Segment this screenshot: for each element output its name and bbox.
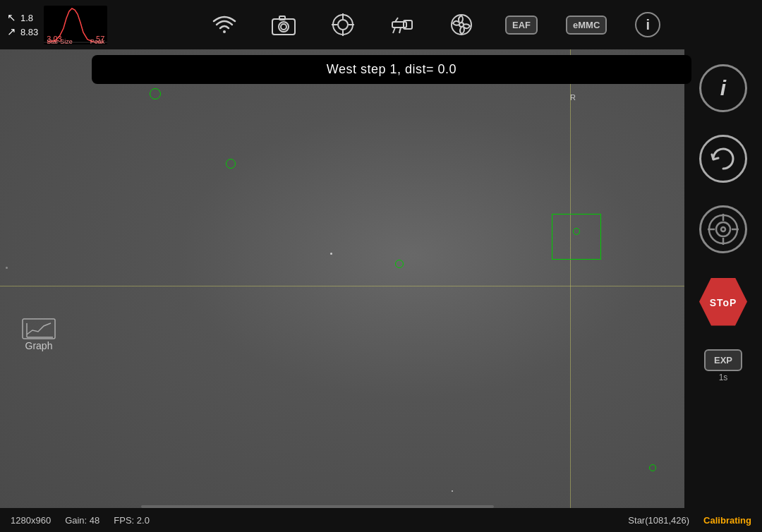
refresh-icon xyxy=(699,135,747,183)
fps-label: FPS: 2.0 xyxy=(114,515,150,526)
val2: 8.83 xyxy=(20,27,38,37)
emmc-button[interactable]: eMMC xyxy=(566,16,607,35)
stop-hex-icon: SToP xyxy=(699,278,747,326)
main-view: Graph xyxy=(0,49,684,508)
bottom-bar: 1280x960 Gain: 48 FPS: 2.0 Star(1081,426… xyxy=(0,508,762,532)
crosshair-horizontal xyxy=(0,286,684,286)
graph-button[interactable]: Graph xyxy=(21,318,56,351)
guide-button[interactable] xyxy=(327,9,358,40)
svg-point-23 xyxy=(721,227,725,231)
target-icon xyxy=(699,205,747,253)
refresh-button[interactable] xyxy=(698,134,748,183)
graph-icon xyxy=(21,318,56,340)
arrow-down-icon: ↗ xyxy=(7,25,16,38)
exp-value: 1s xyxy=(719,373,728,382)
fan-button[interactable] xyxy=(446,9,477,40)
right-sidebar: i SToP xyxy=(684,49,762,532)
target-button[interactable] xyxy=(698,205,748,254)
target-box xyxy=(552,214,601,260)
info-circle-icon: i xyxy=(699,64,747,112)
resolution-label: 1280x960 xyxy=(11,515,51,526)
peak-label: Peak xyxy=(90,38,105,44)
exp-button[interactable]: EXP xyxy=(704,349,742,371)
svg-point-3 xyxy=(281,24,286,30)
svg-line-13 xyxy=(393,28,395,33)
exp-group: EXP 1s xyxy=(704,349,742,382)
graph-label: Graph xyxy=(25,340,53,351)
star-circle-2 xyxy=(226,159,236,169)
stop-button[interactable]: SToP xyxy=(697,275,750,328)
target-center-dot xyxy=(573,228,580,235)
info-sidebar-button[interactable]: i xyxy=(698,64,748,113)
info-header-button[interactable]: i xyxy=(635,12,660,37)
stop-label: SToP xyxy=(710,297,737,309)
svg-rect-18 xyxy=(23,319,55,339)
svg-point-22 xyxy=(716,222,730,236)
star-dot-4 xyxy=(6,267,8,269)
star-preview: 3.03 57 Star Size Peak xyxy=(44,6,107,44)
status-text: West step 1, dist= 0.0 xyxy=(327,62,456,76)
svg-point-6 xyxy=(338,20,348,30)
star-circle-4 xyxy=(649,464,656,471)
star-circle-1 xyxy=(150,88,161,99)
crosshair-vertical xyxy=(570,49,571,508)
val1: 1.8 xyxy=(20,13,33,23)
telescope-button[interactable] xyxy=(387,9,418,40)
svg-point-17 xyxy=(459,23,464,27)
star-circle-3 xyxy=(395,260,404,268)
exp-label: EXP xyxy=(714,355,732,365)
gain-label: Gain: 48 xyxy=(65,515,99,526)
status-banner: West step 1, dist= 0.0 xyxy=(92,55,691,84)
svg-line-14 xyxy=(399,28,401,33)
star-dot-3 xyxy=(452,490,453,492)
top-bar: ↖ 1.8 ↗ 8.83 3.03 57 Star Size Peak xyxy=(0,0,762,49)
camera-button[interactable] xyxy=(268,9,299,40)
arrow-up-icon: ↖ xyxy=(7,11,16,24)
toolbar: EAF eMMC i xyxy=(114,9,755,40)
star-coord-label: Star(1081,426) xyxy=(628,515,689,526)
star-dot-1 xyxy=(330,253,332,255)
star-size-label: Star Size xyxy=(47,38,73,44)
eaf-button[interactable]: EAF xyxy=(505,16,538,35)
calibrating-status: Calibrating xyxy=(703,515,751,526)
svg-rect-4 xyxy=(279,16,285,20)
wifi-button[interactable] xyxy=(209,9,240,40)
r-label: R xyxy=(570,93,576,102)
